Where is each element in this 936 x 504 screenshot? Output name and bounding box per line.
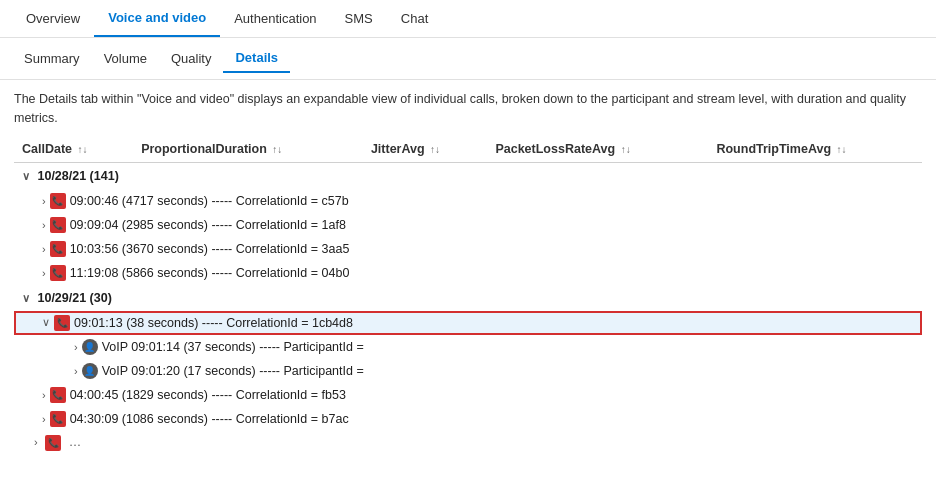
sort-icon-proportional-duration[interactable]: ↑↓ bbox=[272, 144, 282, 155]
row-text: 04:00:45 (1829 seconds) ----- Correlatio… bbox=[70, 388, 346, 402]
row-text: VoIP 09:01:20 (17 seconds) ----- Partici… bbox=[102, 364, 364, 378]
tab-authentication[interactable]: Authentication bbox=[220, 1, 330, 36]
row-text: 10:03:56 (3670 seconds) ----- Correlatio… bbox=[70, 242, 350, 256]
sort-icon-packet-loss-rate-avg[interactable]: ↑↓ bbox=[621, 144, 631, 155]
group-row-1028[interactable]: ∨ 10/28/21 (141) bbox=[14, 162, 922, 189]
expand-icon[interactable]: › bbox=[42, 219, 46, 231]
row-text: VoIP 09:01:14 (37 seconds) ----- Partici… bbox=[102, 340, 364, 354]
group-label-1028: 10/28/21 (141) bbox=[37, 169, 118, 183]
row-text: 09:01:13 (38 seconds) ----- CorrelationI… bbox=[74, 316, 353, 330]
page-description: The Details tab within "Voice and video"… bbox=[0, 80, 936, 136]
tab-overview[interactable]: Overview bbox=[12, 1, 94, 36]
expand-icon[interactable]: › bbox=[42, 195, 46, 207]
table-row[interactable]: › 📞 11:19:08 (5866 seconds) ----- Correl… bbox=[14, 261, 922, 285]
tab-chat[interactable]: Chat bbox=[387, 1, 442, 36]
subtab-volume[interactable]: Volume bbox=[92, 45, 159, 72]
sort-icon-jitter-avg[interactable]: ↑↓ bbox=[430, 144, 440, 155]
table-row-selected[interactable]: ∨ 📞 09:01:13 (38 seconds) ----- Correlat… bbox=[14, 311, 922, 335]
expand-icon[interactable]: › bbox=[42, 243, 46, 255]
table-row-partial[interactable]: › 📞 … bbox=[14, 431, 922, 455]
call-icon: 📞 bbox=[50, 387, 66, 403]
sort-icon-round-trip-time-avg[interactable]: ↑↓ bbox=[837, 144, 847, 155]
call-icon: 📞 bbox=[50, 241, 66, 257]
data-table-container: CallDate ↑↓ ProportionalDuration ↑↓ Jitt… bbox=[0, 136, 936, 455]
subtab-details[interactable]: Details bbox=[223, 44, 290, 73]
row-text: 11:19:08 (5866 seconds) ----- Correlatio… bbox=[70, 266, 350, 280]
sub-navigation: Summary Volume Quality Details bbox=[0, 38, 936, 80]
collapse-icon-1028[interactable]: ∨ bbox=[22, 170, 30, 182]
partial-indicator: … bbox=[69, 435, 82, 449]
user-icon: 👤 bbox=[82, 339, 98, 355]
group-row-1029[interactable]: ∨ 10/29/21 (30) bbox=[14, 285, 922, 311]
collapse-icon-1029[interactable]: ∨ bbox=[22, 292, 30, 304]
call-icon: 📞 bbox=[50, 411, 66, 427]
expand-icon[interactable]: › bbox=[42, 389, 46, 401]
collapse-icon-row[interactable]: ∨ bbox=[42, 316, 50, 329]
subtab-quality[interactable]: Quality bbox=[159, 45, 223, 72]
calls-table: CallDate ↑↓ ProportionalDuration ↑↓ Jitt… bbox=[14, 136, 922, 455]
call-icon: 📞 bbox=[50, 193, 66, 209]
call-icon: 📞 bbox=[54, 315, 70, 331]
expand-icon[interactable]: › bbox=[74, 365, 78, 377]
table-row[interactable]: › 📞 09:09:04 (2985 seconds) ----- Correl… bbox=[14, 213, 922, 237]
user-icon: 👤 bbox=[82, 363, 98, 379]
col-proportional-duration[interactable]: ProportionalDuration ↑↓ bbox=[133, 136, 363, 163]
col-jitter-avg[interactable]: JitterAvg ↑↓ bbox=[363, 136, 488, 163]
expand-icon[interactable]: › bbox=[42, 413, 46, 425]
top-navigation: Overview Voice and video Authentication … bbox=[0, 0, 936, 38]
sort-icon-calldate[interactable]: ↑↓ bbox=[78, 144, 88, 155]
call-icon: 📞 bbox=[50, 217, 66, 233]
row-text: 09:09:04 (2985 seconds) ----- Correlatio… bbox=[70, 218, 346, 232]
call-icon: 📞 bbox=[45, 435, 61, 451]
table-row[interactable]: › 👤 VoIP 09:01:14 (37 seconds) ----- Par… bbox=[14, 335, 922, 359]
table-row[interactable]: › 📞 04:00:45 (1829 seconds) ----- Correl… bbox=[14, 383, 922, 407]
table-row[interactable]: › 📞 10:03:56 (3670 seconds) ----- Correl… bbox=[14, 237, 922, 261]
col-calldate[interactable]: CallDate ↑↓ bbox=[14, 136, 133, 163]
tab-sms[interactable]: SMS bbox=[331, 1, 387, 36]
row-text: 09:00:46 (4717 seconds) ----- Correlatio… bbox=[70, 194, 349, 208]
col-round-trip-time-avg[interactable]: RoundTripTimeAvg ↑↓ bbox=[708, 136, 922, 163]
tab-voice-and-video[interactable]: Voice and video bbox=[94, 0, 220, 37]
row-text: 04:30:09 (1086 seconds) ----- Correlatio… bbox=[70, 412, 349, 426]
col-packet-loss-rate-avg[interactable]: PacketLossRateAvg ↑↓ bbox=[487, 136, 708, 163]
expand-icon[interactable]: › bbox=[74, 341, 78, 353]
group-label-1029: 10/29/21 (30) bbox=[37, 291, 111, 305]
expand-icon[interactable]: › bbox=[42, 267, 46, 279]
table-row[interactable]: › 👤 VoIP 09:01:20 (17 seconds) ----- Par… bbox=[14, 359, 922, 383]
call-icon: 📞 bbox=[50, 265, 66, 281]
table-row[interactable]: › 📞 04:30:09 (1086 seconds) ----- Correl… bbox=[14, 407, 922, 431]
table-row[interactable]: › 📞 09:00:46 (4717 seconds) ----- Correl… bbox=[14, 189, 922, 213]
subtab-summary[interactable]: Summary bbox=[12, 45, 92, 72]
expand-icon[interactable]: › bbox=[34, 436, 38, 448]
